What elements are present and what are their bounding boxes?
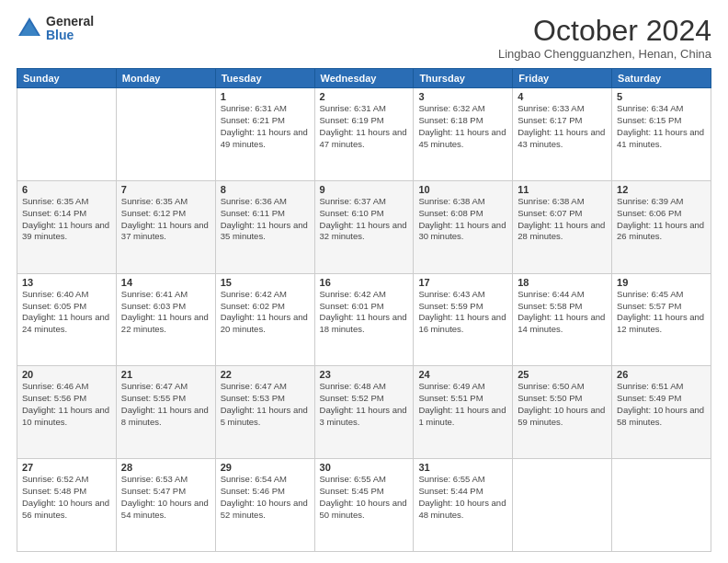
day-detail: Sunrise: 6:54 AMSunset: 5:46 PMDaylight:… [221,474,308,519]
table-row: 9Sunrise: 6:37 AMSunset: 6:10 PMDaylight… [314,180,414,273]
table-row: 24Sunrise: 6:49 AMSunset: 5:51 PMDayligh… [414,366,513,459]
day-number: 18 [518,277,607,288]
day-detail: Sunrise: 6:39 AMSunset: 6:06 PMDaylight:… [617,196,704,241]
day-number: 13 [22,277,111,288]
day-number: 19 [617,277,706,288]
day-detail: Sunrise: 6:44 AMSunset: 5:58 PMDaylight:… [518,289,605,334]
month-title: October 2024 [498,15,711,47]
table-row: 16Sunrise: 6:42 AMSunset: 6:01 PMDayligh… [314,273,414,366]
logo-general-label: General [46,15,94,29]
day-detail: Sunrise: 6:34 AMSunset: 6:15 PMDaylight:… [617,103,704,148]
day-detail: Sunrise: 6:42 AMSunset: 6:01 PMDaylight:… [320,289,407,334]
header: General Blue October 2024 Lingbao Chengg… [17,15,711,61]
day-number: 2 [320,91,409,102]
table-row: 21Sunrise: 6:47 AMSunset: 5:55 PMDayligh… [116,366,215,459]
table-row: 27Sunrise: 6:52 AMSunset: 5:48 PMDayligh… [17,459,117,552]
header-sunday: Sunday [17,69,117,88]
table-row: 7Sunrise: 6:35 AMSunset: 6:12 PMDaylight… [116,180,215,273]
day-number: 16 [320,277,409,288]
day-number: 29 [221,462,310,473]
day-detail: Sunrise: 6:35 AMSunset: 6:14 PMDaylight:… [22,196,109,241]
day-detail: Sunrise: 6:50 AMSunset: 5:50 PMDaylight:… [518,381,605,426]
day-number: 23 [320,369,409,380]
header-thursday: Thursday [414,69,513,88]
table-row [17,88,117,181]
table-row: 22Sunrise: 6:47 AMSunset: 5:53 PMDayligh… [215,366,314,459]
table-row: 15Sunrise: 6:42 AMSunset: 6:02 PMDayligh… [215,273,314,366]
day-detail: Sunrise: 6:40 AMSunset: 6:05 PMDaylight:… [22,289,109,334]
table-row: 5Sunrise: 6:34 AMSunset: 6:15 PMDaylight… [612,88,711,181]
calendar-header-row: Sunday Monday Tuesday Wednesday Thursday… [17,69,711,88]
day-detail: Sunrise: 6:41 AMSunset: 6:03 PMDaylight:… [121,289,209,334]
page: General Blue October 2024 Lingbao Chengg… [0,0,728,563]
day-number: 26 [617,369,706,380]
day-detail: Sunrise: 6:37 AMSunset: 6:10 PMDaylight:… [320,196,407,241]
day-number: 12 [617,184,706,195]
day-detail: Sunrise: 6:31 AMSunset: 6:21 PMDaylight:… [221,103,308,148]
table-row: 18Sunrise: 6:44 AMSunset: 5:58 PMDayligh… [513,273,612,366]
day-number: 15 [221,277,310,288]
calendar-row: 6Sunrise: 6:35 AMSunset: 6:14 PMDaylight… [17,180,711,273]
day-detail: Sunrise: 6:51 AMSunset: 5:49 PMDaylight:… [617,381,704,426]
header-wednesday: Wednesday [314,69,414,88]
table-row: 2Sunrise: 6:31 AMSunset: 6:19 PMDaylight… [314,88,414,181]
calendar-row: 1Sunrise: 6:31 AMSunset: 6:21 PMDaylight… [17,88,711,181]
day-detail: Sunrise: 6:32 AMSunset: 6:18 PMDaylight:… [418,103,506,148]
table-row [513,459,612,552]
header-saturday: Saturday [612,69,711,88]
table-row: 28Sunrise: 6:53 AMSunset: 5:47 PMDayligh… [116,459,215,552]
table-row: 12Sunrise: 6:39 AMSunset: 6:06 PMDayligh… [612,180,711,273]
day-detail: Sunrise: 6:31 AMSunset: 6:19 PMDaylight:… [320,103,407,148]
day-number: 8 [221,184,310,195]
day-number: 7 [121,184,210,195]
day-detail: Sunrise: 6:48 AMSunset: 5:52 PMDaylight:… [320,381,407,426]
day-detail: Sunrise: 6:47 AMSunset: 5:53 PMDaylight:… [221,381,308,426]
day-detail: Sunrise: 6:49 AMSunset: 5:51 PMDaylight:… [418,381,506,426]
day-number: 25 [518,369,607,380]
day-detail: Sunrise: 6:53 AMSunset: 5:47 PMDaylight:… [121,474,209,519]
table-row: 4Sunrise: 6:33 AMSunset: 6:17 PMDaylight… [513,88,612,181]
calendar-row: 27Sunrise: 6:52 AMSunset: 5:48 PMDayligh… [17,459,711,552]
logo-blue-label: Blue [46,29,94,42]
logo-text: General Blue [46,15,94,43]
calendar-table: Sunday Monday Tuesday Wednesday Thursday… [17,68,711,552]
logo: General Blue [17,15,94,43]
day-number: 5 [617,91,706,102]
table-row: 19Sunrise: 6:45 AMSunset: 5:57 PMDayligh… [612,273,711,366]
day-detail: Sunrise: 6:36 AMSunset: 6:11 PMDaylight:… [221,196,308,241]
day-number: 17 [418,277,507,288]
day-detail: Sunrise: 6:55 AMSunset: 5:44 PMDaylight:… [418,474,506,519]
header-monday: Monday [116,69,215,88]
day-number: 1 [221,91,310,102]
day-detail: Sunrise: 6:43 AMSunset: 5:59 PMDaylight:… [418,289,506,334]
table-row: 10Sunrise: 6:38 AMSunset: 6:08 PMDayligh… [414,180,513,273]
location: Lingbao Chengguanzhen, Henan, China [498,47,711,61]
table-row: 20Sunrise: 6:46 AMSunset: 5:56 PMDayligh… [17,366,117,459]
table-row: 3Sunrise: 6:32 AMSunset: 6:18 PMDaylight… [414,88,513,181]
calendar-row: 13Sunrise: 6:40 AMSunset: 6:05 PMDayligh… [17,273,711,366]
table-row: 6Sunrise: 6:35 AMSunset: 6:14 PMDaylight… [17,180,117,273]
day-detail: Sunrise: 6:42 AMSunset: 6:02 PMDaylight:… [221,289,308,334]
table-row: 17Sunrise: 6:43 AMSunset: 5:59 PMDayligh… [414,273,513,366]
day-number: 24 [418,369,507,380]
day-number: 20 [22,369,111,380]
day-number: 6 [22,184,111,195]
table-row: 26Sunrise: 6:51 AMSunset: 5:49 PMDayligh… [612,366,711,459]
day-number: 14 [121,277,210,288]
day-detail: Sunrise: 6:38 AMSunset: 6:08 PMDaylight:… [418,196,506,241]
day-number: 9 [320,184,409,195]
day-number: 4 [518,91,607,102]
table-row: 23Sunrise: 6:48 AMSunset: 5:52 PMDayligh… [314,366,414,459]
day-number: 28 [121,462,210,473]
calendar-row: 20Sunrise: 6:46 AMSunset: 5:56 PMDayligh… [17,366,711,459]
day-number: 10 [418,184,507,195]
table-row: 14Sunrise: 6:41 AMSunset: 6:03 PMDayligh… [116,273,215,366]
logo-icon [17,16,42,41]
day-detail: Sunrise: 6:35 AMSunset: 6:12 PMDaylight:… [121,196,209,241]
day-detail: Sunrise: 6:38 AMSunset: 6:07 PMDaylight:… [518,196,605,241]
table-row: 8Sunrise: 6:36 AMSunset: 6:11 PMDaylight… [215,180,314,273]
table-row: 1Sunrise: 6:31 AMSunset: 6:21 PMDaylight… [215,88,314,181]
day-detail: Sunrise: 6:55 AMSunset: 5:45 PMDaylight:… [320,474,407,519]
table-row: 31Sunrise: 6:55 AMSunset: 5:44 PMDayligh… [414,459,513,552]
table-row: 25Sunrise: 6:50 AMSunset: 5:50 PMDayligh… [513,366,612,459]
